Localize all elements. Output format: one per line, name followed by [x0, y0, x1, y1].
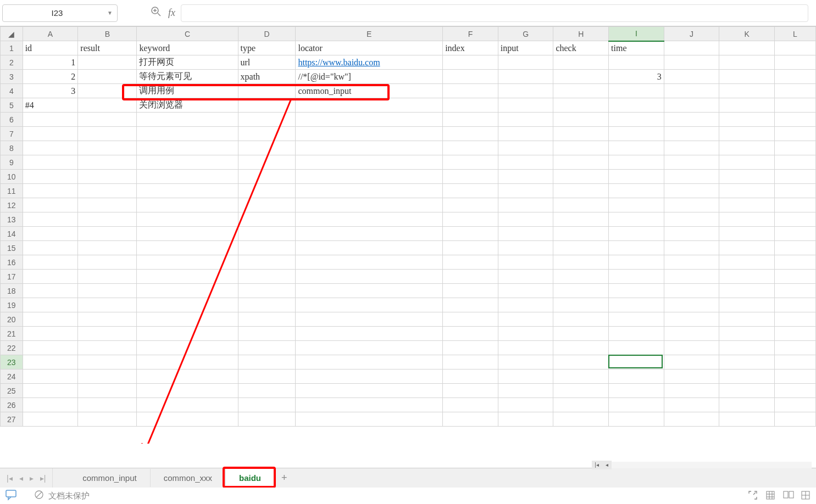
cell-L9[interactable] [774, 155, 815, 170]
column-header-J[interactable]: J [664, 27, 719, 41]
cell-L6[interactable] [774, 113, 815, 127]
cell-E19[interactable] [296, 298, 443, 312]
cell-E25[interactable] [296, 384, 443, 398]
column-header-F[interactable]: F [443, 27, 498, 41]
row-header-25[interactable]: 25 [1, 384, 23, 398]
cell-C18[interactable] [137, 284, 238, 298]
cell-D6[interactable] [238, 113, 296, 127]
cell-I3[interactable]: 3 [609, 70, 664, 84]
cell-E9[interactable] [296, 155, 443, 170]
cell-L16[interactable] [774, 255, 815, 270]
cell-L1[interactable] [774, 41, 815, 55]
cell-G18[interactable] [498, 284, 553, 298]
row-header-26[interactable]: 26 [1, 398, 23, 412]
row-header-4[interactable]: 4 [1, 84, 23, 98]
cell-I1[interactable]: time [609, 41, 664, 55]
cell-L26[interactable] [774, 398, 815, 412]
cell-A9[interactable] [23, 155, 78, 170]
column-header-B[interactable]: B [78, 27, 137, 41]
cell-D2[interactable]: url [238, 55, 296, 70]
cell-F20[interactable] [443, 312, 498, 327]
cell-H19[interactable] [553, 298, 609, 312]
cell-I10[interactable] [609, 170, 664, 184]
row-header-1[interactable]: 1 [1, 41, 23, 55]
cell-C21[interactable] [137, 327, 238, 341]
cell-K23[interactable] [719, 355, 775, 369]
cell-H23[interactable] [553, 355, 609, 369]
column-header-G[interactable]: G [498, 27, 553, 41]
cell-A20[interactable] [23, 312, 78, 327]
cell-C7[interactable] [137, 127, 238, 141]
cell-K20[interactable] [719, 312, 775, 327]
cell-F27[interactable] [443, 412, 498, 427]
row-header-2[interactable]: 2 [1, 55, 23, 70]
cell-D23[interactable] [238, 355, 296, 369]
cell-D3[interactable]: xpath [238, 70, 296, 84]
cell-L17[interactable] [774, 270, 815, 284]
cell-J1[interactable] [664, 41, 719, 55]
cell-H10[interactable] [553, 170, 609, 184]
cell-D17[interactable] [238, 270, 296, 284]
cell-K19[interactable] [719, 298, 775, 312]
cell-K24[interactable] [719, 369, 775, 384]
cell-K12[interactable] [719, 198, 775, 212]
cell-F15[interactable] [443, 241, 498, 255]
cell-B13[interactable] [78, 212, 137, 227]
cell-K27[interactable] [719, 412, 775, 427]
cell-A17[interactable] [23, 270, 78, 284]
cell-F23[interactable] [443, 355, 498, 369]
cell-E7[interactable] [296, 127, 443, 141]
cell-H7[interactable] [553, 127, 609, 141]
cell-E14[interactable] [296, 227, 443, 241]
cell-G25[interactable] [498, 384, 553, 398]
cell-I2[interactable] [609, 55, 664, 70]
cell-F25[interactable] [443, 384, 498, 398]
cell-C17[interactable] [137, 270, 238, 284]
cell-C25[interactable] [137, 384, 238, 398]
cell-C9[interactable] [137, 155, 238, 170]
row-header-20[interactable]: 20 [1, 312, 23, 327]
cell-J17[interactable] [664, 270, 719, 284]
cell-J27[interactable] [664, 412, 719, 427]
hscroll-track[interactable] [612, 462, 812, 468]
cell-J18[interactable] [664, 284, 719, 298]
cell-B11[interactable] [78, 184, 137, 198]
cell-G10[interactable] [498, 170, 553, 184]
cell-D25[interactable] [238, 384, 296, 398]
cell-D14[interactable] [238, 227, 296, 241]
cell-K16[interactable] [719, 255, 775, 270]
cell-F1[interactable]: index [443, 41, 498, 55]
cell-B7[interactable] [78, 127, 137, 141]
cell-L20[interactable] [774, 312, 815, 327]
cell-L27[interactable] [774, 412, 815, 427]
sheet-nav-first-icon[interactable]: |◂ [4, 473, 15, 484]
cell-E8[interactable] [296, 141, 443, 155]
cell-B27[interactable] [78, 412, 137, 427]
cell-A25[interactable] [23, 384, 78, 398]
column-header-H[interactable]: H [553, 27, 609, 41]
cell-K9[interactable] [719, 155, 775, 170]
cell-G26[interactable] [498, 398, 553, 412]
cell-F21[interactable] [443, 327, 498, 341]
row-header-19[interactable]: 19 [1, 298, 23, 312]
cell-H9[interactable] [553, 155, 609, 170]
cell-H24[interactable] [553, 369, 609, 384]
cell-D18[interactable] [238, 284, 296, 298]
cell-K11[interactable] [719, 184, 775, 198]
cell-A5[interactable]: #4 [23, 98, 78, 113]
cell-A3[interactable]: 2 [23, 70, 78, 84]
cell-D15[interactable] [238, 241, 296, 255]
cell-E13[interactable] [296, 212, 443, 227]
cell-H15[interactable] [553, 241, 609, 255]
cell-H16[interactable] [553, 255, 609, 270]
cell-E22[interactable] [296, 341, 443, 355]
cell-E4[interactable]: common_input [296, 84, 443, 98]
cell-A14[interactable] [23, 227, 78, 241]
cell-A21[interactable] [23, 327, 78, 341]
cell-A23[interactable] [23, 355, 78, 369]
column-header-D[interactable]: D [238, 27, 296, 41]
cell-E23[interactable] [296, 355, 443, 369]
cell-I4[interactable] [609, 84, 664, 98]
cell-F8[interactable] [443, 141, 498, 155]
cell-L23[interactable] [774, 355, 815, 369]
